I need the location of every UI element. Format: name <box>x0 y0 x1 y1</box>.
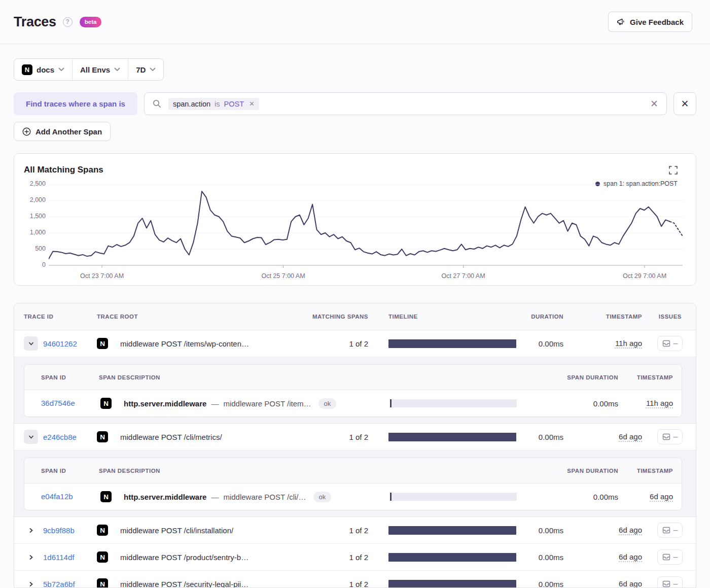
matching-spans-count: 1 of 2 <box>296 433 368 441</box>
spans-line-chart[interactable] <box>49 184 683 268</box>
span-search-input[interactable]: span.action is POST ✕ ✕ <box>144 92 667 115</box>
token-value: POST <box>224 100 244 108</box>
traces-table-header: Trace ID Trace Root Matching Spans Timel… <box>14 303 696 330</box>
trace-root-text: middleware POST /cli/installation/ <box>120 526 233 535</box>
issues-button[interactable]: – <box>657 576 683 588</box>
y-tick-label: 1,500 <box>14 213 46 220</box>
environment-filter[interactable]: All Envs <box>73 59 128 80</box>
expand-chevron-icon[interactable] <box>24 430 38 444</box>
token-remove-icon[interactable]: ✕ <box>249 100 255 108</box>
fullscreen-icon[interactable] <box>669 166 678 175</box>
expand-chevron-icon[interactable] <box>24 336 38 351</box>
matching-spans-count: 1 of 2 <box>296 580 368 588</box>
project-filter[interactable]: N docs <box>14 59 72 80</box>
project-avatar-icon: N <box>97 338 108 349</box>
span-id-link[interactable]: e04fa12b <box>41 492 73 501</box>
issues-icon <box>662 340 670 347</box>
timeline-bar[interactable] <box>388 553 516 562</box>
dash-separator: — <box>211 493 219 501</box>
trace-root-text: middleware POST /product/sentry-b… <box>120 553 248 562</box>
trace-timestamp-link[interactable]: 6d ago <box>619 432 642 441</box>
find-traces-label: Find traces where a span is <box>14 92 137 115</box>
search-token[interactable]: span.action is POST ✕ <box>168 98 259 110</box>
give-feedback-button[interactable]: Give Feedback <box>608 12 692 32</box>
trace-timestamp-link[interactable]: 6d ago <box>619 552 642 561</box>
traces-page: Traces ? beta Give Feedback N docs All E… <box>0 0 710 588</box>
expand-chevron-icon[interactable] <box>24 550 38 564</box>
trace-id-link[interactable]: 9cb9f88b <box>43 526 75 535</box>
col-span-duration: Span Duration <box>517 468 618 474</box>
span-description-text: middleware POST /cli/… <box>223 493 306 501</box>
expand-chevron-icon[interactable] <box>24 523 38 537</box>
span-row[interactable]: e04fa12b N http.server.middleware — midd… <box>24 483 682 510</box>
y-tick-label: 2,500 <box>14 180 46 187</box>
add-another-span-button[interactable]: Add Another Span <box>14 122 111 141</box>
help-icon[interactable]: ? <box>63 17 73 27</box>
trace-duration: 0.00ms <box>516 526 563 535</box>
span-row[interactable]: 36d7546e N http.server.middleware — midd… <box>24 390 682 417</box>
trace-duration: 0.00ms <box>516 553 563 562</box>
expand-chevron-icon[interactable] <box>24 577 38 588</box>
trace-timestamp-link[interactable]: 6d ago <box>619 579 642 588</box>
span-timeline-track <box>392 493 517 501</box>
trace-id-link[interactable]: 1d6114df <box>43 553 74 562</box>
trace-row[interactable]: 9cb9f88b N middleware POST /cli/installa… <box>14 517 696 544</box>
timeline-bar[interactable] <box>388 433 516 441</box>
trace-row[interactable]: e246cb8e N middleware POST /cli/metrics/… <box>14 424 696 451</box>
trace-duration: 0.00ms <box>516 339 563 348</box>
issues-button[interactable]: – <box>657 523 683 538</box>
trace-timestamp-link[interactable]: 6d ago <box>619 526 642 534</box>
chevron-down-icon <box>150 67 156 72</box>
issues-button[interactable]: – <box>657 336 683 351</box>
project-filter-label: docs <box>37 65 54 74</box>
y-tick-label: 2,000 <box>14 196 46 203</box>
traces-table: Trace ID Trace Root Matching Spans Timel… <box>14 303 696 588</box>
col-timeline: Timeline <box>388 314 516 320</box>
issues-button[interactable]: – <box>657 429 683 444</box>
span-search-row: Find traces where a span is span.action … <box>14 92 696 115</box>
span-status-badge: ok <box>313 492 332 502</box>
timeline-bar[interactable] <box>388 339 516 348</box>
issues-button[interactable]: – <box>657 549 683 565</box>
trace-row[interactable]: 94601262 N middleware POST /items/wp-con… <box>14 330 696 357</box>
span-timeline[interactable] <box>390 493 517 501</box>
project-avatar-icon: N <box>100 491 112 502</box>
expanded-spans-section: Span ID Span Description Span Duration T… <box>14 451 696 517</box>
col-issues: Issues <box>642 314 696 320</box>
trace-row[interactable]: 1d6114df N middleware POST /product/sent… <box>14 544 696 571</box>
trace-root-text: middleware POST /items/wp-conten… <box>120 339 249 348</box>
matching-spans-count: 1 of 2 <box>296 553 368 562</box>
token-operator: is <box>215 100 220 108</box>
span-timestamp-link[interactable]: 6d ago <box>650 492 673 501</box>
col-span-id: Span ID <box>24 374 99 381</box>
search-clear-icon[interactable]: ✕ <box>650 98 658 110</box>
col-span-description: Span Description <box>99 468 390 474</box>
col-timestamp: Timestamp <box>563 314 642 320</box>
timeline-bar[interactable] <box>388 580 516 588</box>
span-id-link[interactable]: 36d7546e <box>41 399 75 407</box>
issues-count-dash: – <box>673 552 678 562</box>
span-operation: http.server.middleware <box>124 493 206 501</box>
date-range-filter[interactable]: 7D <box>128 59 163 80</box>
trace-id-link[interactable]: 94601262 <box>43 339 77 348</box>
trace-row[interactable]: 5b72a6bf N middleware POST /security-leg… <box>14 571 696 588</box>
give-feedback-label: Give Feedback <box>630 18 684 26</box>
col-trace-id: Trace ID <box>14 314 97 320</box>
y-tick-label: 500 <box>14 245 46 252</box>
trace-id-link[interactable]: e246cb8e <box>43 433 77 441</box>
span-timeline[interactable] <box>390 399 517 407</box>
issues-count-dash: – <box>673 432 678 441</box>
beta-badge: beta <box>80 17 102 27</box>
col-trace-root: Trace Root <box>97 314 296 320</box>
col-matching-spans: Matching Spans <box>296 314 368 320</box>
timeline-bar[interactable] <box>388 526 516 535</box>
search-icon <box>153 99 161 108</box>
close-search-button[interactable]: ✕ <box>673 92 696 115</box>
trace-timestamp-link[interactable]: 11h ago <box>615 339 642 348</box>
issues-count-dash: – <box>673 339 678 348</box>
all-matching-spans-panel: All Matching Spans span 1: span.action:P… <box>14 153 696 286</box>
trace-duration: 0.00ms <box>516 580 563 588</box>
trace-id-link[interactable]: 5b72a6bf <box>43 580 75 588</box>
span-timestamp-link[interactable]: 11h ago <box>646 399 673 407</box>
chart-title: All Matching Spans <box>24 165 103 175</box>
